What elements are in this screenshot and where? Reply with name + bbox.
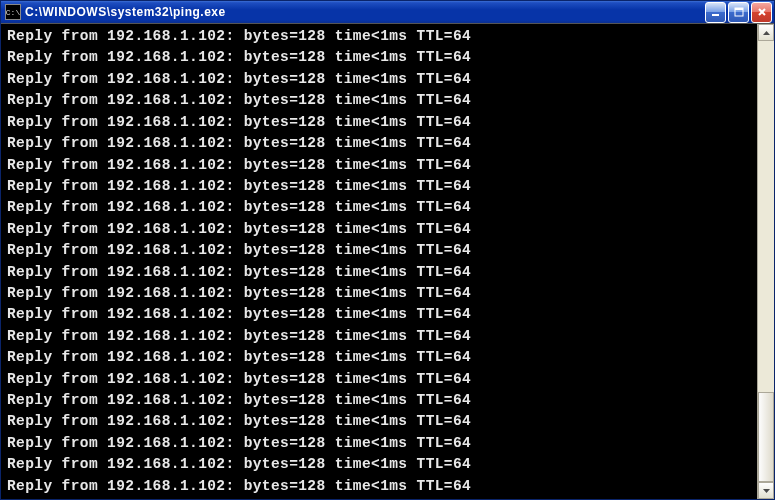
- ping-reply-line: Reply from 192.168.1.102: bytes=128 time…: [7, 133, 757, 154]
- ping-reply-line: Reply from 192.168.1.102: bytes=128 time…: [7, 112, 757, 133]
- ping-reply-line: Reply from 192.168.1.102: bytes=128 time…: [7, 26, 757, 47]
- ping-reply-line: Reply from 192.168.1.102: bytes=128 time…: [7, 390, 757, 411]
- svg-rect-0: [712, 14, 719, 16]
- scrollbar-track[interactable]: [758, 41, 774, 482]
- scroll-up-button[interactable]: [758, 24, 774, 41]
- ping-reply-line: Reply from 192.168.1.102: bytes=128 time…: [7, 197, 757, 218]
- ping-reply-line: Reply from 192.168.1.102: bytes=128 time…: [7, 369, 757, 390]
- maximize-button[interactable]: [728, 2, 749, 23]
- command-prompt-window: C:\ C:\WINDOWS\system32\ping.exe Reply f…: [0, 0, 775, 500]
- app-icon: C:\: [5, 4, 21, 20]
- ping-reply-line: Reply from 192.168.1.102: bytes=128 time…: [7, 69, 757, 90]
- ping-reply-line: Reply from 192.168.1.102: bytes=128 time…: [7, 411, 757, 432]
- ping-reply-line: Reply from 192.168.1.102: bytes=128 time…: [7, 454, 757, 475]
- client-area: Reply from 192.168.1.102: bytes=128 time…: [1, 23, 774, 499]
- scroll-down-button[interactable]: [758, 482, 774, 499]
- titlebar[interactable]: C:\ C:\WINDOWS\system32\ping.exe: [1, 1, 774, 23]
- window-controls: [705, 2, 772, 23]
- close-button[interactable]: [751, 2, 772, 23]
- ping-reply-line: Reply from 192.168.1.102: bytes=128 time…: [7, 347, 757, 368]
- minimize-button[interactable]: [705, 2, 726, 23]
- scrollbar-thumb[interactable]: [758, 392, 774, 482]
- ping-reply-line: Reply from 192.168.1.102: bytes=128 time…: [7, 90, 757, 111]
- window-title: C:\WINDOWS\system32\ping.exe: [25, 5, 705, 19]
- ping-reply-line: Reply from 192.168.1.102: bytes=128 time…: [7, 304, 757, 325]
- console-output[interactable]: Reply from 192.168.1.102: bytes=128 time…: [1, 24, 757, 499]
- ping-reply-line: Reply from 192.168.1.102: bytes=128 time…: [7, 155, 757, 176]
- ping-reply-line: Reply from 192.168.1.102: bytes=128 time…: [7, 47, 757, 68]
- ping-reply-line: Reply from 192.168.1.102: bytes=128 time…: [7, 240, 757, 261]
- ping-reply-line: Reply from 192.168.1.102: bytes=128 time…: [7, 476, 757, 497]
- ping-reply-line: Reply from 192.168.1.102: bytes=128 time…: [7, 176, 757, 197]
- ping-reply-line: Reply from 192.168.1.102: bytes=128 time…: [7, 262, 757, 283]
- ping-reply-line: Reply from 192.168.1.102: bytes=128 time…: [7, 433, 757, 454]
- ping-reply-line: Reply from 192.168.1.102: bytes=128 time…: [7, 219, 757, 240]
- svg-rect-2: [735, 8, 743, 10]
- ping-reply-line: Reply from 192.168.1.102: bytes=128 time…: [7, 283, 757, 304]
- vertical-scrollbar[interactable]: [757, 24, 774, 499]
- ping-reply-line: Reply from 192.168.1.102: bytes=128 time…: [7, 326, 757, 347]
